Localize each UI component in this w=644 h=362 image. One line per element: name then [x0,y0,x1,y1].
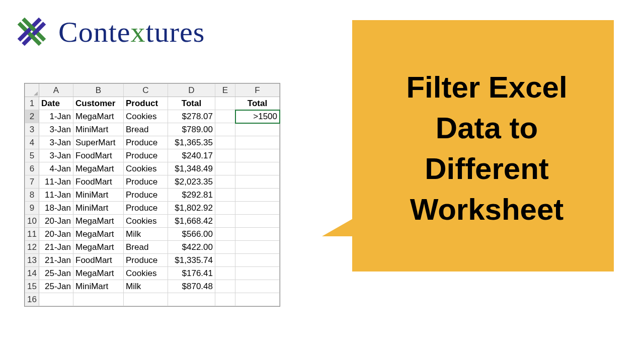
cell-customer[interactable]: MiniMart [73,189,124,202]
cell-product[interactable]: Milk [124,228,168,241]
cell[interactable] [235,280,280,293]
cell[interactable] [215,162,235,175]
cell[interactable] [215,280,235,293]
cell-date[interactable]: 21-Jan [39,254,73,267]
row-header[interactable]: 5 [25,149,39,162]
row-header[interactable]: 7 [25,175,39,189]
row-header[interactable]: 4 [25,136,39,149]
col-header-B[interactable]: B [73,84,124,97]
cell-customer[interactable]: MiniMart [73,202,124,215]
row-header[interactable]: 13 [25,254,39,267]
cell[interactable] [215,175,235,189]
row-header[interactable]: 12 [25,241,39,254]
cell-date[interactable]: 1-Jan [39,110,73,123]
cell-customer[interactable]: FoodMart [73,149,124,162]
criteria-header-total[interactable]: Total [235,97,280,110]
cell[interactable] [215,97,235,110]
cell[interactable] [235,241,280,254]
col-header-C[interactable]: C [124,84,168,97]
cell-customer[interactable]: MegaMart [73,267,124,280]
row-header[interactable]: 6 [25,162,39,175]
row-header[interactable]: 10 [25,215,39,228]
cell-product[interactable]: Cookies [124,162,168,175]
cell-date[interactable]: 4-Jan [39,162,73,175]
cell-customer[interactable]: SuperMart [73,136,124,149]
cell-product[interactable]: Produce [124,175,168,189]
cell-total[interactable]: $278.07 [168,110,215,123]
cell-customer[interactable]: FoodMart [73,175,124,189]
cell[interactable] [235,123,280,136]
cell-total[interactable]: $1,348.49 [168,162,215,175]
cell-product[interactable]: Produce [124,136,168,149]
cell-date[interactable]: 20-Jan [39,215,73,228]
cell-date[interactable]: 11-Jan [39,189,73,202]
cell-total[interactable]: $422.00 [168,241,215,254]
cell[interactable] [215,136,235,149]
cell-date[interactable]: 3-Jan [39,149,73,162]
cell[interactable] [235,254,280,267]
criteria-cell-selected[interactable]: >1500 [235,110,280,123]
cell[interactable] [215,189,235,202]
cell[interactable] [235,293,280,306]
cell-date[interactable]: 3-Jan [39,123,73,136]
cell-date[interactable]: 25-Jan [39,267,73,280]
cell-total[interactable]: $240.17 [168,149,215,162]
cell-total[interactable]: $1,668.42 [168,215,215,228]
cell[interactable] [124,293,168,306]
cell-date[interactable]: 18-Jan [39,202,73,215]
cell-date[interactable]: 3-Jan [39,136,73,149]
header-date[interactable]: Date [39,97,73,110]
col-header-E[interactable]: E [215,84,235,97]
cell[interactable] [235,228,280,241]
row-header[interactable]: 16 [25,293,39,306]
cell-total[interactable]: $1,335.74 [168,254,215,267]
cell[interactable] [215,123,235,136]
header-product[interactable]: Product [124,97,168,110]
cell[interactable] [235,215,280,228]
cell-total[interactable]: $176.41 [168,267,215,280]
cell[interactable] [215,254,235,267]
cell-product[interactable]: Produce [124,149,168,162]
row-header[interactable]: 1 [25,97,39,110]
select-all-corner[interactable] [25,84,39,97]
row-header[interactable]: 2 [25,110,39,123]
cell-product[interactable]: Cookies [124,267,168,280]
cell[interactable] [215,228,235,241]
cell-total[interactable]: $2,023.35 [168,175,215,189]
cell[interactable] [168,293,215,306]
cell[interactable] [235,136,280,149]
cell-customer[interactable]: MegaMart [73,228,124,241]
col-header-A[interactable]: A [39,84,73,97]
cell-date[interactable]: 11-Jan [39,175,73,189]
cell-date[interactable]: 25-Jan [39,280,73,293]
cell[interactable] [235,189,280,202]
cell-product[interactable]: Produce [124,202,168,215]
row-header[interactable]: 11 [25,228,39,241]
cell[interactable] [235,175,280,189]
header-customer[interactable]: Customer [73,97,124,110]
cell[interactable] [235,202,280,215]
cell-total[interactable]: $1,365.35 [168,136,215,149]
cell[interactable] [215,241,235,254]
header-total[interactable]: Total [168,97,215,110]
spreadsheet[interactable]: A B C D E F 1 Date Customer Product Tota… [24,83,280,307]
cell-total[interactable]: $870.48 [168,280,215,293]
cell-product[interactable]: Cookies [124,110,168,123]
cell[interactable] [235,162,280,175]
cell[interactable] [215,149,235,162]
col-header-F[interactable]: F [235,84,280,97]
cell-customer[interactable]: MiniMart [73,123,124,136]
cell[interactable] [73,293,124,306]
cell[interactable] [235,267,280,280]
cell-product[interactable]: Produce [124,254,168,267]
cell-date[interactable]: 20-Jan [39,228,73,241]
cell-date[interactable]: 21-Jan [39,241,73,254]
cell[interactable] [215,110,235,123]
cell[interactable] [215,267,235,280]
cell-product[interactable]: Bread [124,123,168,136]
cell-total[interactable]: $1,802.92 [168,202,215,215]
cell[interactable] [215,215,235,228]
cell[interactable] [215,293,235,306]
cell-total[interactable]: $789.00 [168,123,215,136]
row-header[interactable]: 3 [25,123,39,136]
